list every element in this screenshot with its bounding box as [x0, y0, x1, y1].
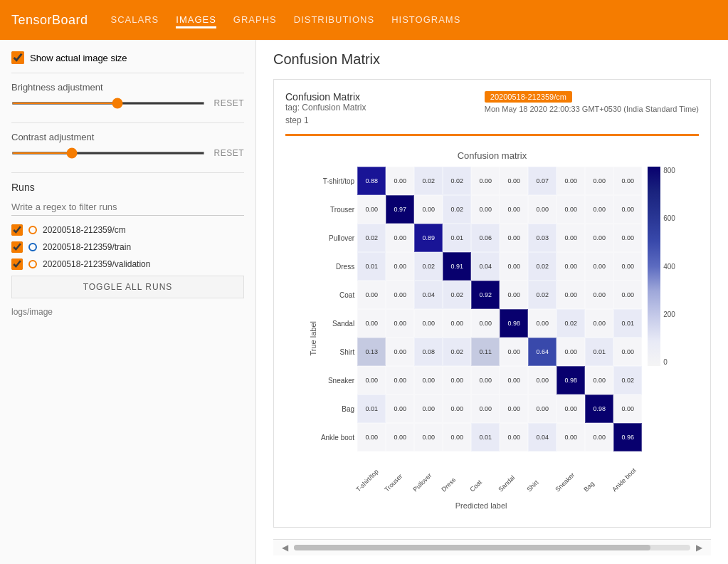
logs-path: logs/image — [11, 307, 244, 317]
runs-filter-input[interactable] — [11, 199, 244, 216]
cm-cell-4-7: 0.00 — [556, 281, 585, 309]
cm-cell-1-3: 0.02 — [443, 195, 471, 224]
cm-row-8: Bag0.010.000.000.000.000.000.000.000.980… — [320, 395, 642, 423]
cm-cell-6-9: 0.00 — [613, 338, 642, 366]
cm-cell-6-2: 0.08 — [414, 338, 443, 366]
cm-row-9: Ankle boot0.000.000.000.000.010.000.040.… — [320, 423, 642, 451]
cm-cell-8-8: 0.98 — [585, 395, 613, 423]
run-item-cm: 20200518-212359/cm — [11, 224, 244, 236]
cm-cell-0-6: 0.07 — [528, 167, 556, 195]
cm-cell-3-1: 0.00 — [386, 252, 414, 281]
cm-cell-5-9: 0.01 — [613, 309, 642, 338]
cm-cell-1-0: 0.00 — [357, 195, 386, 224]
contrast-slider-row: RESET — [11, 148, 244, 158]
cm-cell-7-5: 0.00 — [500, 366, 528, 395]
cm-row-label-7: Sneaker — [320, 377, 357, 385]
cm-cell-0-7: 0.00 — [556, 167, 585, 195]
cm-cell-6-1: 0.00 — [386, 338, 414, 366]
brightness-reset-button[interactable]: RESET — [213, 98, 244, 108]
cm-cell-6-6: 0.64 — [528, 338, 556, 366]
nav-item-scalars[interactable]: SCALARS — [111, 11, 159, 28]
cm-row-6: Shirt0.130.000.080.020.110.000.640.000.0… — [320, 338, 642, 366]
divider-2 — [11, 122, 244, 123]
cm-cell-0-2: 0.02 — [414, 167, 443, 195]
cm-cell-3-2: 0.02 — [414, 252, 443, 281]
cm-body: T-shirt/top0.880.000.020.020.000.000.070… — [320, 167, 642, 510]
main-nav: SCALARSIMAGESGRAPHSDISTRIBUTIONSHISTOGRA… — [111, 11, 461, 28]
cm-cell-2-7: 0.00 — [556, 224, 585, 252]
cm-row-0: T-shirt/top0.880.000.020.020.000.000.070… — [320, 167, 642, 195]
cm-row-label-6: Shirt — [320, 348, 357, 356]
cm-cell-6-5: 0.00 — [500, 338, 528, 366]
cm-cell-6-4: 0.11 — [471, 338, 500, 366]
cm-cell-3-3: 0.91 — [443, 252, 471, 281]
cm-cell-2-3: 0.01 — [443, 224, 471, 252]
cm-cell-6-8: 0.01 — [585, 338, 613, 366]
cm-cell-7-7: 0.98 — [556, 366, 585, 395]
toggle-all-runs-button[interactable]: TOGGLE ALL RUNS — [11, 276, 244, 298]
nav-item-histograms[interactable]: HISTOGRAMS — [391, 11, 460, 28]
cm-cell-9-9: 0.96 — [613, 423, 642, 451]
cm-cell-5-7: 0.02 — [556, 309, 585, 338]
cm-col-labels: T-shirt/topTrouserPulloverDressCoatSanda… — [357, 453, 642, 496]
card-timestamp: Mon May 18 2020 22:00:33 GMT+0530 (India… — [485, 105, 699, 113]
cm-cell-4-2: 0.04 — [414, 281, 443, 309]
scroll-right-arrow[interactable]: ▶ — [693, 543, 705, 553]
cm-cell-0-3: 0.02 — [443, 167, 471, 195]
orange-bar — [285, 134, 699, 136]
cm-cell-8-2: 0.00 — [414, 395, 443, 423]
cm-cell-4-5: 0.00 — [500, 281, 528, 309]
nav-item-distributions[interactable]: DISTRIBUTIONS — [294, 11, 374, 28]
show-actual-size-checkbox[interactable] — [11, 51, 24, 64]
cm-cell-5-8: 0.00 — [585, 309, 613, 338]
cm-cell-0-5: 0.00 — [500, 167, 528, 195]
brightness-slider-row: RESET — [11, 98, 244, 108]
cm-cell-2-6: 0.03 — [528, 224, 556, 252]
cm-row-label-5: Sandal — [320, 320, 357, 328]
run-checkbox-train[interactable] — [11, 241, 23, 253]
run-circle-validation — [28, 260, 37, 268]
run-circle-cm — [28, 226, 37, 234]
contrast-reset-button[interactable]: RESET — [213, 148, 244, 158]
colorbar-label-400: 400 — [663, 263, 675, 271]
cm-row-label-1: Trouser — [320, 206, 357, 214]
confusion-matrix-container: Confusion matrix True label T-shirt/top0… — [309, 150, 675, 510]
cm-cell-2-0: 0.02 — [357, 224, 386, 252]
scrollbar-track[interactable] — [294, 545, 690, 550]
cm-cell-7-8: 0.00 — [585, 366, 613, 395]
colorbar-label-0: 0 — [663, 358, 675, 366]
cm-cell-1-7: 0.00 — [556, 195, 585, 224]
brand-logo: TensorBoard — [11, 13, 88, 28]
cm-cell-0-9: 0.00 — [613, 167, 642, 195]
sidebar: Show actual image size Brightness adjust… — [0, 40, 256, 564]
contrast-slider[interactable] — [11, 152, 205, 155]
cm-cell-6-3: 0.02 — [443, 338, 471, 366]
cm-row-label-9: Ankle boot — [320, 434, 357, 442]
scrollbar-area: ◀ ▶ — [273, 539, 711, 555]
nav-item-graphs[interactable]: GRAPHS — [233, 11, 277, 28]
cm-row-label-4: Coat — [320, 291, 357, 299]
confusion-matrix-card: Confusion Matrix tag: Confusion Matrix s… — [273, 79, 711, 528]
cm-row-2: Pullover0.020.000.890.010.060.000.030.00… — [320, 224, 642, 252]
cm-cell-3-5: 0.00 — [500, 252, 528, 281]
cm-cell-4-1: 0.00 — [386, 281, 414, 309]
cm-cell-8-0: 0.01 — [357, 395, 386, 423]
cm-cell-8-1: 0.00 — [386, 395, 414, 423]
cm-cell-7-6: 0.00 — [528, 366, 556, 395]
run-item-validation: 20200518-212359/validation — [11, 258, 244, 270]
cm-cell-4-3: 0.02 — [443, 281, 471, 309]
scroll-left-arrow[interactable]: ◀ — [279, 543, 291, 553]
cm-xlabel: Predicted label — [320, 498, 642, 510]
run-checkbox-validation[interactable] — [11, 258, 23, 270]
cm-cell-1-2: 0.00 — [414, 195, 443, 224]
cm-title: Confusion matrix — [309, 150, 675, 161]
cm-cell-7-3: 0.00 — [443, 366, 471, 395]
cm-cell-3-7: 0.00 — [556, 252, 585, 281]
cm-cell-7-0: 0.00 — [357, 366, 386, 395]
cm-cell-7-2: 0.00 — [414, 366, 443, 395]
nav-item-images[interactable]: IMAGES — [176, 11, 216, 28]
brightness-slider[interactable] — [11, 102, 205, 105]
cm-cell-4-4: 0.92 — [471, 281, 500, 309]
run-checkbox-cm[interactable] — [11, 224, 23, 236]
cm-colorbar: 8006004002000 — [648, 167, 675, 366]
